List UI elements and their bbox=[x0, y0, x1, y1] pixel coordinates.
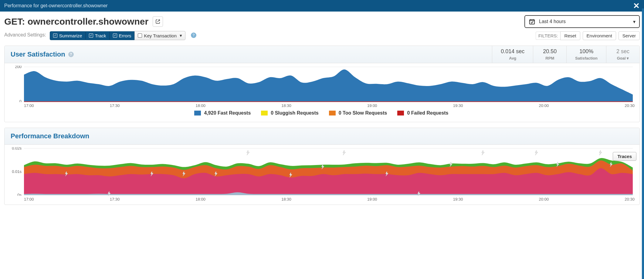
svg-text:0s: 0s bbox=[17, 193, 22, 196]
x-tick: 20:30 bbox=[625, 197, 635, 201]
satisfaction-chart-area[interactable]: 0200 bbox=[8, 66, 635, 102]
track-toggle[interactable]: ✓Track bbox=[86, 31, 110, 40]
x-tick: 19:30 bbox=[453, 103, 463, 108]
filters-bar: FILTERS: Reset Environment Server bbox=[536, 31, 640, 40]
time-range-picker[interactable]: Last 4 hours ▾ bbox=[524, 15, 640, 28]
panel-title: Performance Breakdown bbox=[5, 128, 639, 144]
chevron-down-icon: ▾ bbox=[633, 19, 636, 25]
x-tick: 19:30 bbox=[453, 197, 463, 201]
legend-fast[interactable]: 4,920 Fast Requests bbox=[194, 110, 251, 116]
panel-header: User Satisfaction ? 0.014 secAvg 20.50RP… bbox=[5, 46, 639, 63]
legend-failed[interactable]: 0 Failed Requests bbox=[397, 110, 448, 116]
errors-toggle[interactable]: ✓Errors bbox=[110, 31, 135, 40]
svg-text:200: 200 bbox=[15, 66, 22, 69]
x-tick: 20:00 bbox=[539, 197, 549, 201]
summarize-toggle[interactable]: ✓Summarize bbox=[50, 31, 86, 40]
key-transaction-toggle[interactable]: Key Transaction▾ bbox=[134, 31, 185, 40]
x-tick: 18:00 bbox=[196, 103, 206, 108]
breakdown-chart: Traces 0s0.01s0.02s 17:0017:3018:0018:30… bbox=[5, 145, 639, 205]
stat-avg: 0.014 secAvg bbox=[492, 46, 533, 63]
satisfaction-legend: 4,920 Fast Requests 0 Sluggish Requests … bbox=[8, 108, 635, 119]
svg-text:0.02s: 0.02s bbox=[12, 147, 22, 150]
filters-label: FILTERS: bbox=[536, 32, 561, 40]
svg-rect-0 bbox=[530, 20, 535, 24]
close-icon[interactable]: ✕ bbox=[633, 2, 640, 10]
x-tick: 20:30 bbox=[625, 103, 635, 108]
user-satisfaction-panel: User Satisfaction ? 0.014 secAvg 20.50RP… bbox=[4, 46, 640, 122]
x-tick: 19:00 bbox=[367, 103, 377, 108]
svg-text:0.01s: 0.01s bbox=[12, 169, 22, 174]
chevron-down-icon: ▾ bbox=[627, 56, 629, 60]
toolbar-row: Advanced Settings: ✓Summarize ✓Track ✓Er… bbox=[0, 30, 644, 44]
x-axis-ticks: 17:0017:3018:0018:3019:0019:3020:0020:30 bbox=[8, 196, 635, 201]
check-icon: ✓ bbox=[89, 33, 93, 38]
panel-title: User Satisfaction ? bbox=[5, 46, 492, 63]
external-link-icon bbox=[155, 19, 160, 24]
time-range-label: Last 4 hours bbox=[539, 19, 566, 24]
panel-header: Performance Breakdown bbox=[5, 128, 639, 145]
stat-goal[interactable]: 2 secGoal ▾ bbox=[606, 46, 639, 63]
server-filter-button[interactable]: Server bbox=[619, 31, 640, 40]
help-icon[interactable]: ? bbox=[68, 52, 74, 57]
page-title-text: GET: ownercontroller.showowner bbox=[4, 16, 148, 27]
page-title: GET: ownercontroller.showowner bbox=[4, 16, 163, 27]
x-tick: 18:30 bbox=[281, 197, 291, 201]
calendar-icon bbox=[529, 18, 535, 25]
modal-title: Performance for get-ownercontroller.show… bbox=[4, 3, 108, 9]
check-icon: ✓ bbox=[53, 33, 57, 38]
advanced-settings-toolbar: Advanced Settings: ✓Summarize ✓Track ✓Er… bbox=[4, 31, 196, 40]
breakdown-chart-area[interactable]: 0s0.01s0.02s bbox=[8, 147, 635, 196]
x-axis-ticks: 17:0017:3018:0018:3019:0019:3020:0020:30 bbox=[8, 102, 635, 108]
open-external-button[interactable] bbox=[153, 16, 163, 27]
check-icon: ✓ bbox=[113, 33, 117, 38]
legend-slow[interactable]: 0 Too Slow Requests bbox=[329, 110, 387, 116]
svg-text:0: 0 bbox=[19, 99, 22, 102]
x-tick: 18:00 bbox=[196, 197, 206, 201]
satisfaction-chart: 0200 17:0017:3018:0018:3019:0019:3020:00… bbox=[5, 63, 639, 122]
performance-breakdown-panel: Performance Breakdown Traces 0s0.01s0.02… bbox=[4, 128, 640, 205]
reset-filters-button[interactable]: Reset bbox=[560, 31, 580, 40]
x-tick: 19:00 bbox=[367, 197, 377, 201]
scrollbar[interactable] bbox=[642, 9, 644, 210]
stat-rpm: 20.50RPM bbox=[533, 46, 566, 63]
advanced-settings-label: Advanced Settings: bbox=[4, 32, 46, 37]
x-tick: 17:00 bbox=[24, 103, 34, 108]
x-tick: 20:00 bbox=[539, 103, 549, 108]
x-tick: 17:30 bbox=[110, 197, 120, 201]
chevron-down-icon: ▾ bbox=[180, 33, 182, 38]
stat-satisfaction: 100%Satisfaction bbox=[566, 46, 606, 63]
environment-filter-button[interactable]: Environment bbox=[583, 31, 616, 40]
x-tick: 17:00 bbox=[24, 197, 34, 201]
title-row: GET: ownercontroller.showowner Last 4 ho… bbox=[0, 12, 644, 30]
legend-sluggish[interactable]: 0 Sluggish Requests bbox=[261, 110, 318, 116]
x-tick: 18:30 bbox=[281, 103, 291, 108]
x-tick: 17:30 bbox=[110, 103, 120, 108]
help-icon[interactable]: ? bbox=[191, 33, 196, 38]
uncheck-icon bbox=[138, 33, 142, 38]
modal-header: Performance for get-ownercontroller.show… bbox=[0, 0, 644, 12]
